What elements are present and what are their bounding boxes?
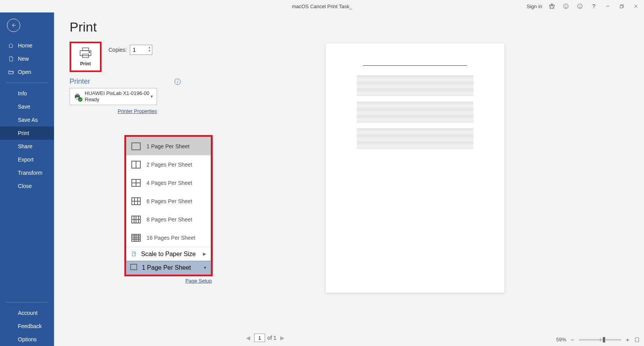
sidebar-label: Export [18, 156, 33, 163]
sidebar-label: Account [18, 310, 38, 316]
menu-label: 4 Pages Per Sheet [147, 180, 192, 186]
page-number-input[interactable] [254, 334, 265, 342]
sidebar-label: Feedback [18, 323, 42, 329]
minimize-button[interactable] [601, 1, 614, 12]
svg-rect-12 [80, 51, 91, 56]
sidebar-item-info[interactable]: Info [0, 87, 54, 100]
sidebar-item-account[interactable]: Account [0, 306, 54, 320]
sidebar-label: Transform [18, 170, 42, 176]
back-button[interactable] [7, 19, 20, 32]
svg-rect-8 [620, 5, 623, 8]
printer-status: Ready [85, 97, 149, 103]
sidebar-separator [5, 83, 49, 83]
svg-point-5 [580, 5, 581, 6]
print-button-label: Print [80, 61, 91, 67]
page-title: Print [70, 19, 181, 35]
print-preview-area [186, 12, 644, 346]
frown-icon[interactable] [573, 1, 586, 12]
sidebar-separator [5, 302, 49, 302]
sidebar-item-print[interactable]: Print [0, 126, 54, 140]
menu-label: 6 Pages Per Sheet [147, 198, 192, 204]
signin-link[interactable]: Sign in [527, 4, 542, 9]
printer-icon [73, 92, 82, 101]
zoom-slider[interactable] [579, 339, 621, 341]
sidebar-label: Save As [18, 117, 38, 123]
zoom-to-page-button[interactable] [634, 337, 640, 343]
main-row: Home New Open Info Save Save As Print Sh… [0, 12, 644, 346]
menu-label: 1 Page Per Sheet [147, 143, 190, 149]
sidebar-item-home[interactable]: Home [0, 39, 54, 52]
pages-2-icon [131, 160, 141, 170]
printer-name: HUAWEI PixLab X1-0196-00 [85, 90, 149, 97]
restore-button[interactable] [615, 1, 628, 12]
pages-8-icon [131, 214, 141, 225]
copies-spin-down[interactable]: ▼ [147, 49, 152, 53]
svg-point-2 [566, 5, 567, 6]
zoom-controls: 59% − + [556, 336, 640, 343]
sidebar-label: Open [18, 69, 31, 75]
backstage-sidebar: Home New Open Info Save Save As Print Sh… [0, 12, 54, 346]
printer-info-icon[interactable]: i [175, 79, 181, 85]
document-title: macOS Cancel Print Task_ [292, 4, 352, 9]
sidebar-label: New [18, 56, 29, 62]
prev-page-button[interactable]: ◀ [244, 335, 252, 341]
sidebar-label: Info [18, 90, 27, 97]
pages-1-icon [130, 264, 138, 272]
titlebar-controls: Sign in ? [527, 0, 644, 12]
next-page-button[interactable]: ▶ [279, 335, 286, 341]
sidebar-label: Print [18, 130, 29, 136]
close-button[interactable] [629, 1, 642, 12]
sidebar-item-export[interactable]: Export [0, 153, 54, 166]
preview-content-blur [357, 102, 473, 123]
sidebar-item-options[interactable]: Options [0, 333, 54, 346]
pages-6-icon [131, 196, 141, 206]
zoom-value: 59% [556, 337, 566, 342]
sidebar-item-open[interactable]: Open [0, 65, 54, 79]
printer-status-ok-icon [78, 97, 82, 102]
zoom-in-button[interactable]: + [625, 336, 631, 343]
zoom-out-button[interactable]: − [569, 336, 576, 343]
svg-point-14 [89, 52, 90, 53]
svg-rect-18 [132, 252, 135, 256]
content-area: Print Print Copies: ▲ ▼ [54, 12, 644, 346]
preview-pager: ◀ of 1 ▶ [244, 334, 286, 342]
sidebar-item-transform[interactable]: Transform [0, 166, 54, 179]
smiley-icon[interactable] [559, 1, 572, 12]
help-icon[interactable]: ? [587, 1, 600, 12]
sidebar-item-save[interactable]: Save [0, 100, 54, 113]
print-button[interactable]: Print [70, 42, 101, 72]
pages-4-icon [131, 178, 141, 188]
sidebar-item-close[interactable]: Close [0, 179, 54, 193]
sidebar-item-share[interactable]: Share [0, 140, 54, 153]
svg-point-4 [579, 5, 579, 6]
svg-rect-16 [76, 94, 79, 95]
sidebar-label: Close [18, 183, 32, 189]
premium-icon[interactable] [545, 1, 558, 12]
sidebar-item-feedback[interactable]: Feedback [0, 320, 54, 333]
sidebar-label: Home [18, 42, 32, 49]
svg-point-0 [564, 4, 568, 9]
printer-properties-link[interactable]: Printer Properties [118, 108, 157, 114]
svg-rect-11 [82, 48, 89, 51]
pages-1-icon [131, 141, 141, 151]
copies-label: Copies: [108, 47, 127, 53]
scale-icon [131, 251, 137, 257]
sidebar-label: Share [18, 143, 32, 149]
svg-rect-19 [635, 337, 639, 342]
sidebar-item-new[interactable]: New [0, 52, 54, 65]
app-window: macOS Cancel Print Task_ Sign in ? Home [0, 0, 644, 346]
preview-content-blur [357, 128, 473, 149]
svg-point-3 [578, 4, 582, 9]
sidebar-item-save-as[interactable]: Save As [0, 113, 54, 126]
copies-spin-up[interactable]: ▲ [147, 46, 152, 49]
menu-label: 2 Pages Per Sheet [147, 162, 192, 168]
pages-16-icon [131, 233, 141, 243]
preview-page [326, 44, 504, 293]
printer-section-title: Printer [70, 77, 90, 86]
chevron-down-icon: ▼ [150, 95, 154, 98]
printer-dropdown[interactable]: HUAWEI PixLab X1-0196-00 Ready ▼ [70, 88, 157, 105]
page-total-label: of 1 [267, 335, 276, 341]
sidebar-label: Save [18, 104, 30, 110]
sidebar-label: Options [18, 336, 37, 342]
dropdown-selected-label: 1 Page Per Sheet [142, 264, 191, 271]
